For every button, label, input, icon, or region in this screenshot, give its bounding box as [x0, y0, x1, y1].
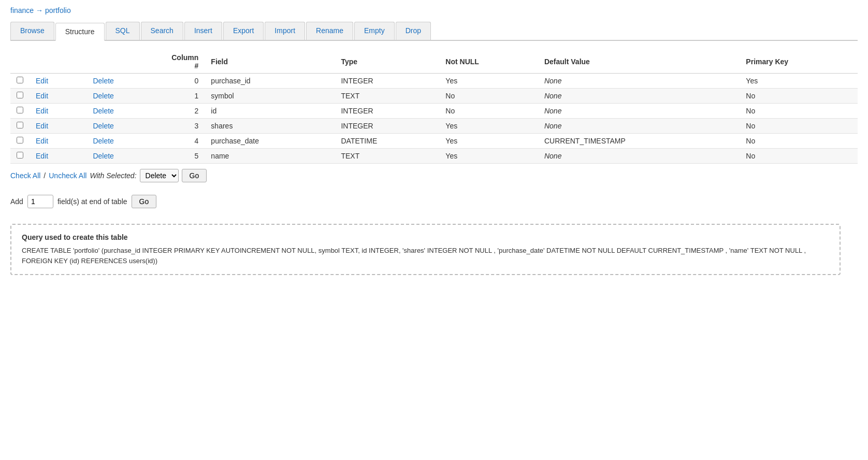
tab-structure[interactable]: Structure [55, 23, 105, 41]
tab-sql[interactable]: SQL [106, 22, 140, 40]
col-primary-key: Yes [740, 74, 858, 89]
col-default-value: CURRENT_TIMESTAMP [538, 134, 740, 149]
edit-link[interactable]: Edit [36, 137, 48, 145]
table-row: EditDelete2idINTEGERNoNoneNo [10, 104, 858, 119]
query-box: Query used to create this table CREATE T… [10, 224, 841, 275]
col-field: name [205, 149, 335, 164]
col-primary-key: No [740, 134, 858, 149]
col-not-null: Yes [439, 134, 538, 149]
breadcrumb: finance → portfolio [10, 6, 858, 15]
col-default-value: None [538, 119, 740, 134]
tab-empty[interactable]: Empty [354, 22, 395, 40]
with-selected-label: With Selected: [90, 171, 136, 180]
col-primary-key: No [740, 149, 858, 164]
col-primary-key: No [740, 89, 858, 104]
breadcrumb-arrow: → [36, 6, 43, 15]
edit-link[interactable]: Edit [36, 107, 48, 115]
row-checkbox[interactable] [17, 122, 23, 128]
header-checkbox [10, 50, 30, 74]
add-fields-go-button[interactable]: Go [132, 195, 157, 208]
col-type: DATETIME [335, 134, 439, 149]
edit-link[interactable]: Edit [36, 152, 48, 160]
tab-drop[interactable]: Drop [396, 22, 431, 40]
edit-link[interactable]: Edit [36, 122, 48, 130]
col-type: INTEGER [335, 104, 439, 119]
delete-link[interactable]: Delete [93, 152, 113, 160]
add-fields-input[interactable] [27, 195, 53, 208]
header-default-value: Default Value [538, 50, 740, 74]
col-num: 3 [163, 119, 205, 134]
tab-rename[interactable]: Rename [306, 22, 353, 40]
table-row: EditDelete1symbolTEXTNoNoneNo [10, 89, 858, 104]
query-text: CREATE TABLE 'portfolio' (purchase_id IN… [22, 246, 829, 266]
col-field: id [205, 104, 335, 119]
structure-table: Column # Field Type Not NULL Default Val… [10, 50, 858, 164]
row-checkbox[interactable] [17, 77, 23, 83]
add-fields-row: Add field(s) at end of table Go [10, 195, 858, 208]
add-label-before: Add [10, 197, 23, 206]
col-primary-key: No [740, 119, 858, 134]
action-go-button[interactable]: Go [182, 169, 207, 182]
table-row: EditDelete3sharesINTEGERYesNoneNo [10, 119, 858, 134]
table-row: EditDelete5nameTEXTYesNoneNo [10, 149, 858, 164]
breadcrumb-db-link[interactable]: finance [10, 6, 34, 15]
row-checkbox[interactable] [17, 152, 23, 159]
delete-link[interactable]: Delete [93, 107, 113, 115]
row-checkbox[interactable] [17, 137, 23, 143]
col-default-value: None [538, 104, 740, 119]
col-type: TEXT [335, 149, 439, 164]
col-not-null: No [439, 89, 538, 104]
edit-link[interactable]: Edit [36, 92, 48, 100]
uncheck-all-link[interactable]: Uncheck All [49, 171, 86, 180]
delete-link[interactable]: Delete [93, 122, 113, 130]
tab-search[interactable]: Search [141, 22, 183, 40]
col-default-value: None [538, 74, 740, 89]
col-num: 2 [163, 104, 205, 119]
table-row: EditDelete4purchase_dateDATETIMEYesCURRE… [10, 134, 858, 149]
table-row: EditDelete0purchase_idINTEGERYesNoneYes [10, 74, 858, 89]
col-not-null: Yes [439, 119, 538, 134]
tab-export[interactable]: Export [223, 22, 264, 40]
header-primary-key: Primary Key [740, 50, 858, 74]
tab-insert[interactable]: Insert [184, 22, 222, 40]
header-not-null: Not NULL [439, 50, 538, 74]
col-type: INTEGER [335, 74, 439, 89]
check-all-link[interactable]: Check All [10, 171, 40, 180]
query-title: Query used to create this table [22, 233, 829, 241]
edit-link[interactable]: Edit [36, 77, 48, 85]
action-row: Check All / Uncheck All With Selected: D… [10, 169, 858, 182]
col-not-null: Yes [439, 149, 538, 164]
add-label-after: field(s) at end of table [57, 197, 127, 206]
row-checkbox[interactable] [17, 107, 23, 113]
col-num: 5 [163, 149, 205, 164]
row-checkbox[interactable] [17, 92, 23, 98]
col-type: TEXT [335, 89, 439, 104]
col-num: 1 [163, 89, 205, 104]
col-type: INTEGER [335, 119, 439, 134]
delete-link[interactable]: Delete [93, 77, 113, 85]
breadcrumb-table-link[interactable]: portfolio [45, 6, 71, 15]
header-type: Type [335, 50, 439, 74]
tab-bar: BrowseStructureSQLSearchInsertExportImpo… [10, 22, 858, 41]
col-default-value: None [538, 149, 740, 164]
header-col-num: Column # [163, 50, 205, 74]
col-not-null: Yes [439, 74, 538, 89]
col-num: 0 [163, 74, 205, 89]
header-field: Field [205, 50, 335, 74]
tab-import[interactable]: Import [265, 22, 305, 40]
col-primary-key: No [740, 104, 858, 119]
col-not-null: No [439, 104, 538, 119]
col-num: 4 [163, 134, 205, 149]
col-field: purchase_id [205, 74, 335, 89]
col-field: shares [205, 119, 335, 134]
col-field: purchase_date [205, 134, 335, 149]
header-actions [30, 50, 163, 74]
col-field: symbol [205, 89, 335, 104]
tab-browse[interactable]: Browse [10, 22, 54, 40]
col-default-value: None [538, 89, 740, 104]
delete-link[interactable]: Delete [93, 137, 113, 145]
delete-link[interactable]: Delete [93, 92, 113, 100]
action-separator: / [44, 171, 46, 180]
with-selected-dropdown[interactable]: Delete [140, 169, 179, 182]
